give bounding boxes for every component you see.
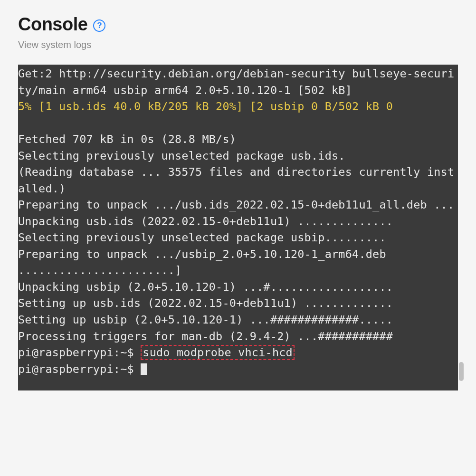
highlighted-command: sudo modprobe vhci-hcd [141, 345, 295, 360]
console-line: Unpacking usbip (2.0+5.10.120-1) ...#...… [18, 279, 458, 295]
console-line [18, 115, 458, 132]
console-line: (Reading database ... 35575 files and di… [18, 164, 458, 197]
page-header: Console ? View system logs [18, 14, 458, 50]
help-icon[interactable]: ? [93, 19, 105, 32]
prompt-prefix: pi@raspberrypi:~$ [18, 346, 141, 359]
console-line: Preparing to unpack .../usb.ids_2022.02.… [18, 197, 458, 213]
console-line: Unpacking usb.ids (2022.02.15-0+deb11u1)… [18, 213, 458, 230]
cursor-icon [141, 363, 147, 375]
console-line: Selecting previously unselected package … [18, 148, 458, 164]
scrollbar-thumb[interactable] [459, 362, 464, 381]
console-line: Processing triggers for man-db (2.9.4-2)… [18, 328, 458, 345]
page-subtitle: View system logs [18, 39, 458, 50]
page-title: Console [18, 14, 87, 35]
console-prompt-line: pi@raspberrypi:~$ sudo modprobe vhci-hcd [18, 344, 458, 361]
console-wrapper: Get:2 http://security.debian.org/debian-… [18, 65, 458, 390]
console-line: Preparing to unpack .../usbip_2.0+5.10.1… [18, 246, 458, 279]
console-line: 5% [1 usb.ids 40.0 kB/205 kB 20%] [2 usb… [18, 98, 458, 115]
console-line: Fetched 707 kB in 0s (28.8 MB/s) [18, 131, 458, 148]
help-icon-label: ? [97, 21, 102, 30]
scrollbar[interactable] [458, 65, 465, 390]
console-line: Setting up usbip (2.0+5.10.120-1) ...###… [18, 312, 458, 328]
prompt-prefix: pi@raspberrypi:~$ [18, 362, 141, 376]
console-line: Selecting previously unselected package … [18, 229, 458, 246]
console-output[interactable]: Get:2 http://security.debian.org/debian-… [18, 65, 458, 390]
console-line: Setting up usb.ids (2022.02.15-0+deb11u1… [18, 295, 458, 312]
title-row: Console ? [18, 14, 458, 35]
console-prompt-line: pi@raspberrypi:~$ [18, 361, 458, 378]
console-line: Get:2 http://security.debian.org/debian-… [18, 66, 458, 98]
